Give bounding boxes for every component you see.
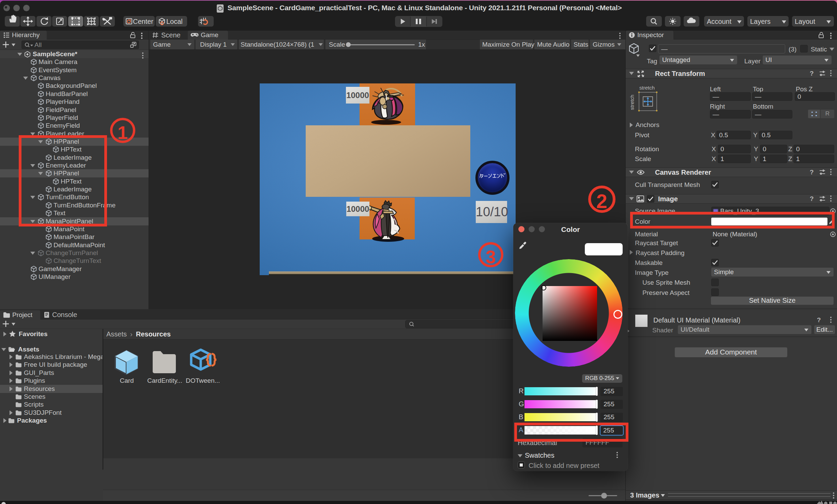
svg-text:Layers: Layers bbox=[750, 18, 771, 25]
svg-text:Center: Center bbox=[133, 18, 153, 25]
svg-text:Account: Account bbox=[707, 18, 732, 25]
svg-text:Layout: Layout bbox=[795, 18, 815, 25]
svg-text:Local: Local bbox=[166, 18, 183, 25]
